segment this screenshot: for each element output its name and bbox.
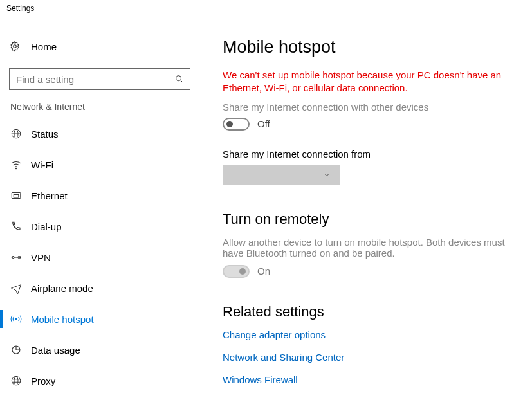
- sidebar-item-label: Data usage: [31, 345, 80, 356]
- svg-point-9: [12, 257, 14, 259]
- sidebar-item-proxy[interactable]: Proxy: [9, 367, 193, 395]
- svg-point-6: [15, 168, 17, 169]
- sidebar-item-label: Proxy: [31, 376, 55, 386]
- search-field[interactable]: [15, 73, 174, 86]
- globe-icon: [10, 128, 31, 140]
- sidebar-item-hotspot[interactable]: Mobile hotspot: [9, 305, 193, 333]
- search-icon: [174, 74, 185, 84]
- sidebar-section-title: Network & Internet: [9, 102, 193, 112]
- remote-title: Turn on remotely: [223, 211, 513, 228]
- vpn-icon: [10, 251, 31, 263]
- chevron-down-icon: [323, 171, 331, 179]
- gear-icon: [9, 41, 28, 52]
- remote-toggle: [223, 265, 250, 278]
- related-title: Related settings: [223, 304, 513, 320]
- data-usage-icon: [10, 344, 31, 356]
- svg-point-0: [14, 45, 17, 48]
- phone-icon: [10, 221, 31, 232]
- share-from-label: Share my Internet connection from: [223, 149, 513, 159]
- sidebar-item-label: Status: [31, 129, 59, 140]
- sidebar-item-label: Mobile hotspot: [31, 314, 94, 325]
- svg-point-1: [176, 76, 181, 81]
- sidebar-item-vpn[interactable]: VPN: [9, 243, 193, 271]
- link-adapter-options[interactable]: Change adapter options: [223, 329, 513, 340]
- window-title: Settings: [0, 0, 532, 15]
- search-input[interactable]: [9, 68, 190, 90]
- svg-point-14: [12, 376, 21, 385]
- sidebar-item-datausage[interactable]: Data usage: [9, 336, 193, 364]
- remote-description: Allow another device to turn on mobile h…: [223, 237, 513, 259]
- sidebar: Home Network & Internet Status: [0, 35, 199, 397]
- sidebar-item-dialup[interactable]: Dial-up: [9, 212, 193, 241]
- svg-point-15: [14, 376, 18, 385]
- share-toggle[interactable]: [223, 118, 250, 131]
- svg-point-10: [18, 257, 20, 259]
- ethernet-icon: [10, 190, 31, 201]
- sidebar-item-label: VPN: [31, 252, 51, 263]
- link-firewall[interactable]: Windows Firewall: [223, 374, 513, 385]
- share-from-select[interactable]: [223, 165, 340, 185]
- remote-toggle-label: On: [257, 266, 270, 277]
- sidebar-item-wifi[interactable]: Wi-Fi: [9, 150, 193, 179]
- share-description: Share my Internet connection with other …: [223, 102, 513, 113]
- sidebar-item-label: Airplane mode: [31, 283, 93, 294]
- airplane-icon: [10, 282, 31, 294]
- sidebar-item-label: Wi-Fi: [31, 159, 53, 170]
- proxy-icon: [10, 375, 31, 386]
- hotspot-icon: [10, 313, 31, 325]
- svg-rect-8: [14, 195, 19, 198]
- svg-point-12: [15, 318, 17, 320]
- sidebar-item-status[interactable]: Status: [9, 120, 193, 148]
- sidebar-item-label: Dial-up: [31, 221, 62, 232]
- svg-line-2: [181, 80, 183, 83]
- content-area: Mobile hotspot We can't set up mobile ho…: [199, 35, 532, 397]
- wifi-icon: [10, 159, 31, 170]
- home-button[interactable]: Home: [9, 35, 193, 58]
- sidebar-item-airplane[interactable]: Airplane mode: [9, 274, 193, 302]
- sidebar-item-ethernet[interactable]: Ethernet: [9, 181, 193, 210]
- link-sharing-center[interactable]: Network and Sharing Center: [223, 352, 513, 363]
- sidebar-item-label: Ethernet: [31, 190, 68, 201]
- share-toggle-label: Off: [257, 118, 270, 129]
- home-label: Home: [28, 41, 57, 52]
- error-message: We can't set up mobile hotspot because y…: [223, 69, 513, 95]
- page-title: Mobile hotspot: [223, 37, 513, 57]
